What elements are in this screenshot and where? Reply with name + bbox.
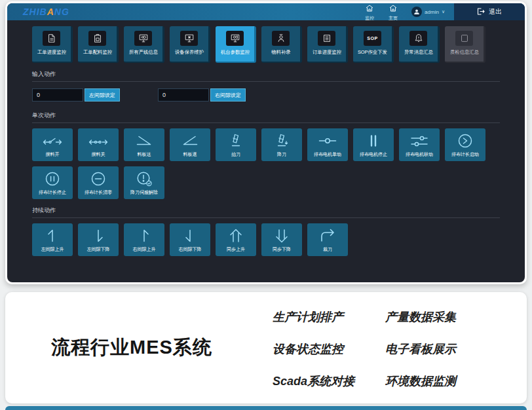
action-knife-up[interactable]: 抬刀 [216,128,256,161]
tile-label: 工单进度监控 [37,48,66,55]
logo-accent: A [47,7,54,17]
tile-label: 左间隙下降 [86,246,109,252]
nav-monitor-label: 监控 [365,15,374,22]
input-actions-row: 左间隙设定 右间隙设定 [7,82,525,104]
section-title-input-actions: 输入动作 [7,63,525,79]
tile-label: 摆料开 [45,151,59,157]
nav-monitor[interactable]: 监控 [358,3,381,22]
tile-label: 所有产线信息 [128,48,157,55]
nav-home[interactable]: 主页 [381,3,405,22]
single-actions-row-1: 摆料开 摆料关 料板送 料板退 抬刀 [7,123,525,161]
monitor-camera-icon [226,31,244,46]
tile-label: 降刀伺服解除 [130,189,158,195]
tile-label: 右间隙下降 [178,246,201,252]
action-servo-release[interactable]: 降刀伺服解除 [124,166,164,199]
logo-text-suffix: NG [54,7,69,17]
action-counter-stop[interactable]: 排布计长停止 [32,166,73,199]
tile-label: 设备保养维护 [174,48,203,55]
action-swing-open[interactable]: 摆料开 [32,128,73,161]
top-bar: ZHIBANG 监控 主页 admin ∨ 退出 [7,3,525,20]
angle-right-icon [134,132,154,149]
action-left-gap-up[interactable]: 左间隙上升 [32,223,73,256]
node-line-icon [318,132,337,149]
launcher-tile-quality-info[interactable]: 质检信息汇总 [445,26,485,63]
action-motor-stop[interactable]: 排布电机停止 [353,128,394,161]
arrow-up-right-icon [134,227,154,244]
launcher-tile-workorder-progress[interactable]: 工单进度监控 [32,26,73,63]
launcher-tile-material-entry[interactable]: 物料补录 [261,26,302,63]
action-counter-start[interactable]: 排布计长启动 [445,128,485,161]
action-cut-knife[interactable]: 裁刀 [307,223,348,256]
home-monitor-icon [366,3,373,14]
action-left-gap-down[interactable]: 左间隙下降 [78,223,119,256]
feature-column-2: 产量数据采集 电子看板展示 环境数据监测 [385,309,456,389]
launcher-row: 工单进度监控 工单配料监控 所有产线信息 设备保养维护 机台参数监控 [7,20,525,63]
right-gap-group: 右间隙设定 [158,88,246,102]
next-panel-strip [5,406,527,410]
dashboard: ZHIBANG 监控 主页 admin ∨ 退出 [7,3,525,282]
alert-circle-icon [134,170,154,187]
bell-icon [409,31,427,46]
action-right-gap-down[interactable]: 右间隙下降 [170,223,210,256]
action-counter-clear[interactable]: 排布计长清零 [78,166,119,199]
tile-label: 物料补录 [271,48,290,55]
action-knife-down[interactable]: 降刀 [261,128,302,161]
monitor-cloud-icon [134,31,152,46]
launcher-tile-order-progress[interactable]: 订单进度监控 [307,26,348,63]
right-gap-set-button[interactable]: 右间隙设定 [210,88,246,102]
monitor-gear-icon [180,31,198,46]
action-plate-forward[interactable]: 料板送 [124,128,164,161]
launcher-tile-alerts[interactable]: 异常消息汇总 [399,26,440,63]
sop-icon-text: SOP [367,36,377,41]
clipboard-icon [88,31,106,46]
tile-label: 左间隙上升 [41,246,64,252]
person-badge-icon [272,31,290,46]
square-icon [455,31,473,46]
tile-label: 排布电机单动 [314,151,341,157]
tile-label: 机台参数监控 [220,48,249,55]
launcher-tile-sop-dispatch[interactable]: SOP SOP作业下发 [353,26,394,63]
minus-circle-icon [88,170,108,187]
left-gap-group: 左间隙设定 [32,88,120,102]
dashboard-panel: ZHIBANG 监控 主页 admin ∨ 退出 [5,1,527,284]
tile-label: 抬刀 [231,151,240,157]
tile-label: 排布电机联动 [406,151,433,157]
action-motor-link[interactable]: 排布电机联动 [399,128,440,161]
tile-label: 质检信息汇总 [449,48,478,55]
arrow-up-icon [43,227,62,244]
action-sync-up[interactable]: 同步上升 [216,223,256,256]
tile-label: 同步下降 [273,246,291,252]
continuous-actions-row: 左间隙上升 左间隙下降 右间隙上升 右间隙下降 同步上升 [7,218,525,256]
action-sync-down[interactable]: 同步下降 [261,223,302,256]
arrow-down-icon [88,227,108,244]
tile-label: 异常消息汇总 [404,48,432,55]
launcher-tile-production-lines[interactable]: 所有产线信息 [124,26,164,63]
feature-item: 环境数据监测 [385,373,456,389]
tile-label: 排布计长清零 [85,189,112,195]
tile-label: 料板送 [137,151,151,157]
action-right-gap-up[interactable]: 右间隙上升 [124,223,164,256]
logout-button[interactable]: 退出 [454,3,525,20]
curved-arrow-icon [318,227,337,244]
chevron-down-icon: ∨ [442,9,445,14]
launcher-tile-machine-params[interactable]: 机台参数监控 [216,26,256,63]
pause-icon [364,132,383,149]
single-actions-row-2: 排布计长停止 排布计长清零 降刀伺服解除 [7,161,525,199]
angle-left-icon [180,132,200,149]
launcher-tile-maintenance[interactable]: 设备保养维护 [170,26,210,63]
action-motor-jog[interactable]: 排布电机单动 [307,128,348,161]
section-title-single-actions: 单次动作 [7,104,525,120]
arrow-down-left-icon [180,227,200,244]
left-gap-input[interactable] [32,88,83,102]
left-gap-set-button[interactable]: 左间隙设定 [85,88,120,102]
tile-label: 订单进度监控 [312,48,341,55]
switch-open-icon [43,132,62,149]
user-menu[interactable]: admin ∨ [411,7,445,17]
double-arrow-up-icon [226,227,246,244]
action-plate-back[interactable]: 料板退 [170,128,210,161]
nav-home-label: 主页 [389,15,398,22]
right-gap-input[interactable] [158,88,209,102]
launcher-tile-batching-monitor[interactable]: 工单配料监控 [78,26,119,63]
action-swing-close[interactable]: 摆料关 [78,128,119,161]
logout-label: 退出 [489,7,502,16]
